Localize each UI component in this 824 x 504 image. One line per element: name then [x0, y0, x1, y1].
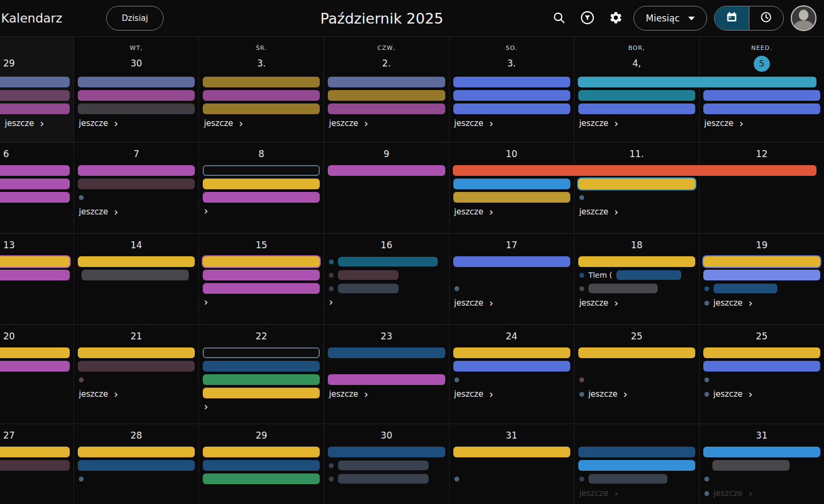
date-label[interactable]: 29 [199, 428, 323, 442]
event-bar[interactable] [453, 103, 570, 114]
day-cell[interactable]: ŚR.3.jeszcze› [198, 37, 323, 142]
event-dot[interactable] [454, 377, 459, 382]
date-label[interactable]: 8 [199, 147, 323, 161]
event-bar[interactable] [616, 270, 681, 280]
more-link[interactable]: jeszcze› [704, 118, 744, 128]
day-cell[interactable]: 20 [0, 325, 73, 424]
more-link[interactable]: jeszcze› [5, 118, 44, 128]
date-label[interactable]: 28 [74, 428, 198, 442]
event-bar[interactable] [203, 179, 320, 189]
event-bar[interactable] [0, 447, 70, 457]
event-bar[interactable] [0, 90, 70, 101]
event-dot[interactable] [704, 477, 709, 481]
date-label[interactable]: 23 [324, 329, 448, 343]
more-link[interactable]: jeszcze› [579, 488, 619, 498]
date-label[interactable]: 10 [450, 147, 574, 161]
event-dot[interactable] [329, 260, 334, 264]
more-link[interactable]: jeszcze› [79, 389, 118, 399]
day-cell[interactable]: 8› [198, 143, 323, 233]
date-label[interactable]: 4, [575, 55, 699, 71]
event-bar[interactable] [703, 256, 820, 267]
event-bar[interactable] [328, 77, 445, 87]
day-cell[interactable]: 24jeszcze› [449, 325, 574, 424]
date-label[interactable]: 17 [450, 238, 574, 252]
more-link[interactable]: jeszcze› [588, 389, 628, 399]
more-link[interactable]: jeszcze› [79, 207, 118, 217]
event-bar[interactable] [338, 474, 429, 484]
event-bar[interactable] [578, 347, 695, 358]
event-bar[interactable] [0, 179, 70, 189]
event-bar[interactable] [0, 256, 70, 267]
event-dot[interactable] [79, 377, 84, 382]
event-bar[interactable] [703, 447, 820, 457]
event-bar[interactable] [203, 77, 320, 87]
event-bar[interactable] [0, 192, 70, 203]
event-bar[interactable] [703, 90, 820, 101]
event-dot[interactable] [329, 286, 334, 291]
event-dot[interactable] [579, 286, 584, 291]
event-bar[interactable] [78, 165, 195, 176]
event-bar[interactable] [78, 347, 195, 358]
event-bar[interactable] [578, 447, 695, 457]
event-bar[interactable] [338, 257, 438, 266]
day-cell[interactable]: 12 [699, 143, 824, 233]
event-bar[interactable] [578, 460, 695, 471]
date-label[interactable]: 3. [450, 55, 574, 71]
event-bar[interactable] [703, 347, 820, 358]
day-cell[interactable]: 16› [323, 234, 448, 324]
date-label[interactable]: 31 [700, 428, 824, 442]
date-label[interactable]: 31 [450, 428, 574, 442]
day-cell[interactable]: 9 [323, 143, 448, 233]
day-cell[interactable]: 14 [73, 234, 198, 324]
settings-button[interactable] [605, 8, 627, 29]
event-bar[interactable] [0, 270, 70, 280]
date-label[interactable]: 18 [575, 238, 699, 252]
event-bar[interactable] [203, 283, 320, 294]
event-dot[interactable] [454, 477, 459, 481]
event-bar[interactable] [453, 447, 570, 457]
event-bar[interactable] [453, 256, 570, 267]
date-label[interactable]: 7 [74, 147, 198, 161]
event-bar[interactable] [338, 461, 429, 470]
event-dot[interactable] [79, 477, 84, 481]
more-link[interactable]: jeszcze› [713, 298, 753, 308]
day-cell[interactable]: 11.jeszcze› [574, 143, 699, 233]
event-bar[interactable] [203, 270, 320, 280]
date-label[interactable]: 5 [700, 55, 824, 71]
event-bar[interactable] [0, 103, 70, 114]
event-bar[interactable] [78, 460, 195, 471]
event-bar[interactable] [328, 374, 445, 385]
event-dot[interactable] [704, 301, 709, 306]
event-bar[interactable] [203, 347, 320, 358]
event-bar[interactable] [588, 474, 667, 484]
today-button[interactable]: Dzisiaj [106, 6, 164, 31]
more-link[interactable]: jeszcze› [454, 207, 494, 217]
event-bar[interactable] [453, 77, 570, 87]
event-bar[interactable] [203, 460, 320, 471]
event-bar[interactable] [78, 90, 195, 101]
more-link[interactable]: › [204, 207, 208, 215]
event-bar[interactable] [453, 192, 570, 203]
day-cell[interactable]: 23jeszcze› [323, 325, 448, 424]
filter-button[interactable] [577, 8, 598, 29]
date-label[interactable]: 30 [324, 428, 448, 442]
event-dot[interactable] [579, 195, 584, 200]
more-link[interactable]: jeszcze› [329, 389, 368, 399]
event-dot[interactable] [579, 377, 584, 382]
day-cell[interactable]: 10jeszcze› [449, 143, 574, 233]
date-label[interactable]: 16 [324, 238, 448, 252]
event-bar[interactable] [578, 256, 695, 267]
event-bar[interactable] [338, 284, 398, 293]
date-label[interactable]: 9 [324, 147, 448, 161]
event-dot[interactable] [329, 477, 334, 481]
day-cell[interactable]: jeszcze› [574, 424, 699, 504]
event-bar[interactable] [0, 347, 70, 358]
day-cell[interactable]: 17jeszcze› [449, 234, 574, 324]
event-bar[interactable] [328, 103, 445, 114]
event-bar[interactable] [713, 284, 777, 293]
day-cell[interactable]: 15› [198, 234, 323, 324]
date-label[interactable]: 12 [700, 147, 824, 161]
date-label[interactable] [575, 428, 699, 442]
event-dot[interactable] [79, 195, 84, 200]
more-link[interactable]: › [204, 298, 208, 306]
